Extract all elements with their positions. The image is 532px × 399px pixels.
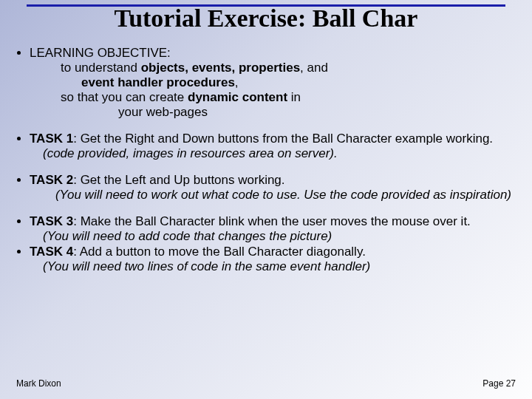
objective-text: so that you can create: [61, 90, 188, 104]
task-1-item: TASK 1: Get the Right and Down buttons f…: [30, 132, 516, 161]
objective-text: to understand: [61, 61, 141, 75]
task-sub-text: (You will need to work out what code to …: [55, 188, 511, 202]
slide: Tutorial Exercise: Ball Char LEARNING OB…: [0, 0, 532, 399]
slide-title: Tutorial Exercise: Ball Char: [0, 4, 532, 33]
task-3-sub: (You will need to add code that changes …: [30, 229, 516, 244]
task-sub-text: (You will need to add code that changes …: [43, 229, 332, 243]
task-3-item: TASK 3: Make the Ball Character blink wh…: [30, 214, 516, 244]
task-text: : Add a button to move the Ball Characte…: [73, 245, 366, 259]
footer-author: Mark Dixon: [16, 378, 61, 389]
task-label: TASK 4: [30, 245, 73, 259]
task-1-sub: (code provided, images in resources area…: [30, 146, 516, 161]
task-sub-text: (You will need two lines of code in the …: [43, 259, 370, 273]
task-2-sub: (You will need to work out what code to …: [30, 188, 516, 202]
objective-lines: to understand objects, events, propertie…: [30, 61, 516, 120]
footer-page: Page 27: [482, 378, 516, 389]
task-label: TASK 1: [30, 132, 73, 146]
objective-item: LEARNING OBJECTIVE: to understand object…: [30, 46, 516, 120]
objective-line-5: your web-pages: [61, 105, 516, 120]
task-text: : Make the Ball Character blink when the…: [73, 214, 471, 228]
task-2-item: TASK 2: Get the Left and Up buttons work…: [30, 173, 516, 202]
task-4-item: TASK 4: Add a button to move the Ball Ch…: [30, 245, 516, 274]
objective-bold: dynamic content: [188, 90, 287, 104]
objective-line-2: to understand objects, events, propertie…: [61, 61, 516, 75]
task-text: : Get the Right and Down buttons from th…: [73, 132, 493, 146]
objective-line-4: so that you can create dynamic content i…: [61, 90, 516, 105]
task-label: TASK 2: [30, 173, 73, 187]
objective-line-3: event handler procedures,: [61, 75, 516, 90]
task-text: : Get the Left and Up buttons working.: [73, 173, 284, 187]
task-sub-text: (code provided, images in resources area…: [43, 146, 338, 160]
slide-body: LEARNING OBJECTIVE: to understand object…: [16, 46, 516, 286]
objective-label: LEARNING OBJECTIVE:: [30, 46, 171, 60]
objective-text: , and: [300, 61, 328, 75]
objective-text: ,: [235, 75, 239, 89]
task-label: TASK 3: [30, 214, 73, 228]
objective-bold: objects, events, properties: [141, 61, 300, 75]
task-4-sub: (You will need two lines of code in the …: [30, 259, 516, 274]
objective-bold: event handler procedures: [81, 75, 235, 89]
objective-text: in: [287, 90, 301, 104]
